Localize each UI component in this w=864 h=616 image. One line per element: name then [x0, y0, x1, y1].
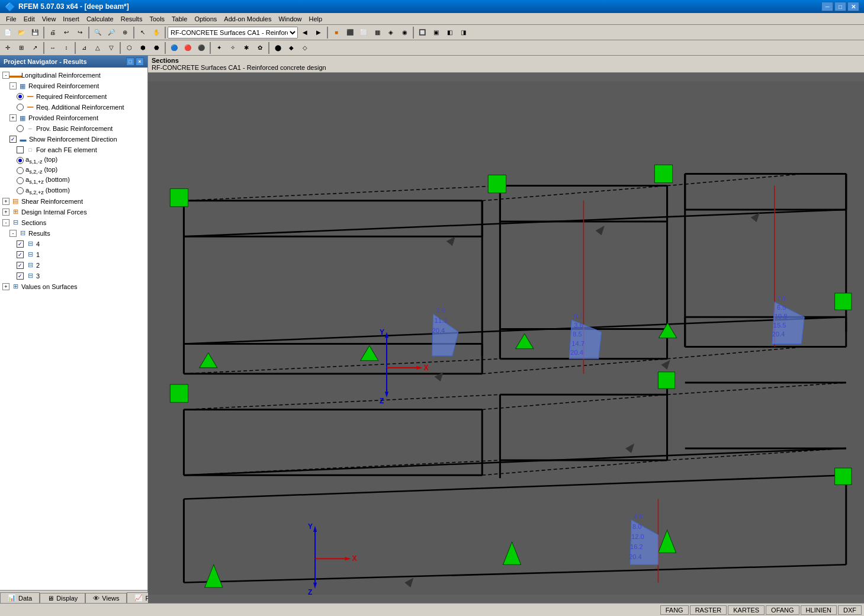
radio-prov-basic[interactable] [17, 125, 24, 132]
tb2-2[interactable]: ⊞ [15, 41, 28, 54]
expand-required[interactable]: - [9, 82, 17, 89]
tb2-16[interactable]: ✧ [226, 41, 239, 54]
tree-item-required-reinf[interactable]: ━━ Required Reinforcement [0, 91, 147, 102]
tb-zoom-in[interactable]: 🔍 [91, 26, 104, 39]
tree-item-as1z-bottom[interactable]: as,1,+z (bottom) [0, 175, 147, 185]
tb2-12[interactable]: 🔵 [168, 41, 181, 54]
menu-addon[interactable]: Add-on Modules [220, 14, 275, 24]
tb-select[interactable]: ↖ [136, 26, 149, 39]
status-kartes[interactable]: KARTES [728, 605, 765, 615]
tree-item-shear[interactable]: + ▤ Shear Reinforcement [0, 196, 147, 207]
tree-item-req-additional[interactable]: ━━ Req. Additional Reinforcement [0, 102, 147, 113]
tb-3d-1[interactable]: 🔲 [416, 26, 429, 39]
tb2-21[interactable]: ◇ [298, 41, 311, 54]
status-dxf[interactable]: DXF [838, 605, 862, 615]
status-fang[interactable]: FANG [660, 605, 689, 615]
tb-print[interactable]: 🖨 [46, 26, 59, 39]
expand-values-surfaces[interactable]: + [2, 283, 9, 290]
panel-detach-btn[interactable]: □ [126, 57, 134, 66]
check-sec2[interactable]: ✓ [17, 262, 24, 269]
tb2-8[interactable]: ▽ [105, 41, 118, 54]
radio-as1z-top[interactable] [17, 157, 24, 164]
tab-data[interactable]: 📊 Data [0, 592, 40, 603]
expand-shear[interactable]: + [2, 198, 9, 205]
status-ofang[interactable]: OFANG [766, 605, 799, 615]
check-show-reinf-dir[interactable]: ✓ [9, 136, 17, 143]
menu-table[interactable]: Table [168, 14, 191, 24]
tb-3d-2[interactable]: ▣ [429, 26, 442, 39]
tree-item-show-reinf-dir[interactable]: ✓ ▬ Show Reinforcement Direction [0, 134, 147, 145]
radio-as1z-bottom[interactable] [17, 177, 24, 184]
radio-as2z-bottom[interactable] [17, 187, 24, 194]
menu-file[interactable]: File [2, 14, 20, 24]
status-hlinien[interactable]: HLINIEN [801, 605, 837, 615]
tree-item-required-group[interactable]: - ▦ Required Reinforcement [0, 81, 147, 91]
tb-save[interactable]: 💾 [28, 26, 41, 39]
menu-help[interactable]: Help [306, 14, 326, 24]
tb2-13[interactable]: 🔴 [181, 41, 194, 54]
tb-new[interactable]: 📄 [1, 26, 14, 39]
tb-next[interactable]: ▶ [312, 26, 325, 39]
radio-req-additional[interactable] [17, 104, 24, 111]
tb2-14[interactable]: ⚫ [195, 41, 208, 54]
tb2-17[interactable]: ✱ [240, 41, 253, 54]
tree-item-results[interactable]: - ⊟ Results [0, 228, 147, 239]
menu-edit[interactable]: Edit [20, 14, 38, 24]
tree-item-sec2[interactable]: ✓ ⊟ 2 [0, 260, 147, 271]
tree-item-as1z-top[interactable]: as,1,-z (top) [0, 155, 147, 165]
tb-icon-1[interactable]: ■ [330, 26, 343, 39]
tree-item-sec3[interactable]: ✓ ⊟ 3 [0, 271, 147, 281]
tb-icon-3[interactable]: ⬜ [357, 26, 370, 39]
menu-options[interactable]: Options [191, 14, 220, 24]
maximize-button[interactable]: □ [834, 2, 846, 11]
canvas-area[interactable]: 2.6 11.3 20.4 0.1 3.6 8.5 14.7 20.4 2.6 [148, 73, 864, 603]
check-sec1[interactable]: ✓ [17, 251, 24, 258]
tree-item-provided-group[interactable]: + ▦ Provided Reinforcement [0, 113, 147, 123]
minimize-button[interactable]: ─ [821, 2, 833, 11]
menu-calculate[interactable]: Calculate [83, 14, 117, 24]
menu-window[interactable]: Window [275, 14, 305, 24]
tab-display[interactable]: 🖥 Display [40, 593, 85, 603]
expand-sections[interactable]: - [2, 219, 9, 226]
tb-zoom-out[interactable]: 🔎 [105, 26, 118, 39]
tree-item-sections[interactable]: - ⊟ Sections [0, 217, 147, 228]
tb2-5[interactable]: ↕ [60, 41, 73, 54]
tree-item-design-internal[interactable]: + ⊞ Design Internal Forces [0, 207, 147, 217]
tb-icon-4[interactable]: ▦ [371, 26, 384, 39]
tree-item-sec1[interactable]: ✓ ⊟ 1 [0, 249, 147, 260]
titlebar-controls[interactable]: ─ □ ✕ [821, 2, 859, 11]
tb-pan[interactable]: ✋ [150, 26, 163, 39]
tree-item-as2z-bottom[interactable]: as,2,+z (bottom) [0, 186, 147, 196]
radio-as2z-top[interactable] [17, 167, 24, 174]
module-combo[interactable]: RF-CONCRETE Surfaces CA1 - Reinforco... [168, 27, 298, 38]
tb2-11[interactable]: ⬣ [150, 41, 163, 54]
main-viewport[interactable]: 2.6 11.3 20.4 0.1 3.6 8.5 14.7 20.4 2.6 [148, 73, 864, 603]
tb2-3[interactable]: ↗ [28, 41, 41, 54]
tb2-4[interactable]: ↔ [46, 41, 59, 54]
tb2-10[interactable]: ⬢ [136, 41, 149, 54]
tree-item-as2z-top[interactable]: as,2,-z (top) [0, 165, 147, 175]
menu-view[interactable]: View [38, 14, 60, 24]
tb2-1[interactable]: ✛ [1, 41, 14, 54]
expand-results[interactable]: - [9, 230, 17, 237]
radio-required-reinf[interactable] [17, 93, 24, 100]
tree-item-longitudinal[interactable]: - ▬▬ Longitudinal Reinforcement [0, 70, 147, 81]
expand-provided[interactable]: + [9, 114, 17, 121]
tb-redo[interactable]: ↪ [73, 26, 86, 39]
tb2-7[interactable]: △ [91, 41, 104, 54]
tb-open[interactable]: 📂 [15, 26, 28, 39]
tree-item-values-surfaces[interactable]: + ⊞ Values on Surfaces [0, 281, 147, 292]
tb2-19[interactable]: ⬤ [271, 41, 284, 54]
panel-title-buttons[interactable]: □ × [126, 57, 144, 66]
tb2-20[interactable]: ◆ [285, 41, 298, 54]
expand-design-internal[interactable]: + [2, 208, 9, 216]
check-sec4[interactable]: ✓ [17, 240, 24, 248]
tb2-9[interactable]: ⬡ [123, 41, 136, 54]
menu-results[interactable]: Results [117, 14, 146, 24]
panel-close-btn[interactable]: × [136, 57, 144, 66]
tb2-6[interactable]: ⊿ [78, 41, 91, 54]
tb-prev[interactable]: ◀ [298, 26, 311, 39]
tb-icon-2[interactable]: ⬛ [343, 26, 356, 39]
check-for-each-fe[interactable] [17, 146, 24, 153]
close-button[interactable]: ✕ [847, 2, 859, 11]
